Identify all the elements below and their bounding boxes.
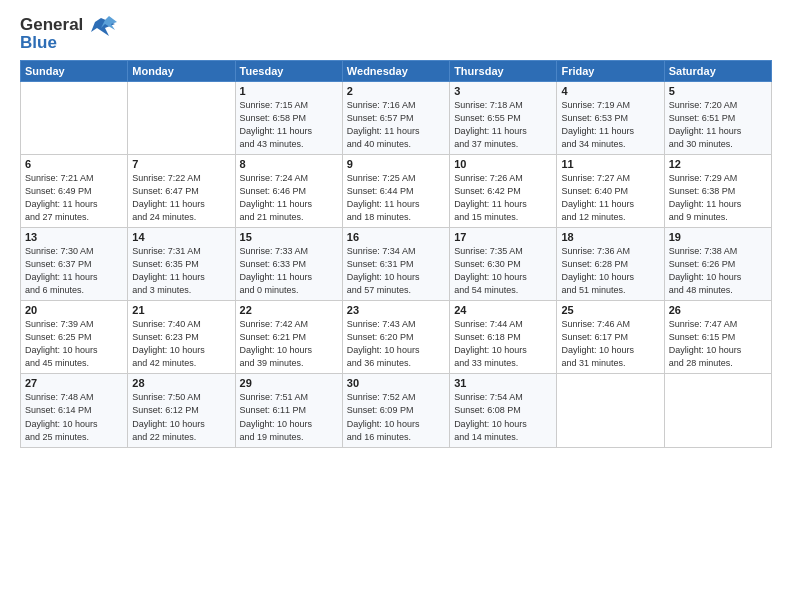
day-cell: 3Sunrise: 7:18 AM Sunset: 6:55 PM Daylig…: [450, 81, 557, 154]
col-header-tuesday: Tuesday: [235, 60, 342, 81]
day-info: Sunrise: 7:16 AM Sunset: 6:57 PM Dayligh…: [347, 99, 445, 151]
day-cell: [664, 374, 771, 447]
day-cell: 17Sunrise: 7:35 AM Sunset: 6:30 PM Dayli…: [450, 228, 557, 301]
day-cell: 12Sunrise: 7:29 AM Sunset: 6:38 PM Dayli…: [664, 154, 771, 227]
day-cell: 22Sunrise: 7:42 AM Sunset: 6:21 PM Dayli…: [235, 301, 342, 374]
day-number: 10: [454, 158, 552, 170]
day-cell: 4Sunrise: 7:19 AM Sunset: 6:53 PM Daylig…: [557, 81, 664, 154]
day-number: 28: [132, 377, 230, 389]
day-cell: 2Sunrise: 7:16 AM Sunset: 6:57 PM Daylig…: [342, 81, 449, 154]
col-header-monday: Monday: [128, 60, 235, 81]
day-info: Sunrise: 7:43 AM Sunset: 6:20 PM Dayligh…: [347, 318, 445, 370]
day-cell: [21, 81, 128, 154]
day-info: Sunrise: 7:18 AM Sunset: 6:55 PM Dayligh…: [454, 99, 552, 151]
day-number: 26: [669, 304, 767, 316]
day-cell: 14Sunrise: 7:31 AM Sunset: 6:35 PM Dayli…: [128, 228, 235, 301]
header-row: SundayMondayTuesdayWednesdayThursdayFrid…: [21, 60, 772, 81]
day-cell: 8Sunrise: 7:24 AM Sunset: 6:46 PM Daylig…: [235, 154, 342, 227]
day-cell: 25Sunrise: 7:46 AM Sunset: 6:17 PM Dayli…: [557, 301, 664, 374]
week-row-5: 27Sunrise: 7:48 AM Sunset: 6:14 PM Dayli…: [21, 374, 772, 447]
week-row-3: 13Sunrise: 7:30 AM Sunset: 6:37 PM Dayli…: [21, 228, 772, 301]
day-cell: 15Sunrise: 7:33 AM Sunset: 6:33 PM Dayli…: [235, 228, 342, 301]
day-info: Sunrise: 7:29 AM Sunset: 6:38 PM Dayligh…: [669, 172, 767, 224]
logo-blue: Blue: [20, 34, 83, 52]
day-number: 17: [454, 231, 552, 243]
day-cell: 19Sunrise: 7:38 AM Sunset: 6:26 PM Dayli…: [664, 228, 771, 301]
logo-bird-icon: [87, 14, 117, 50]
day-cell: 6Sunrise: 7:21 AM Sunset: 6:49 PM Daylig…: [21, 154, 128, 227]
day-number: 9: [347, 158, 445, 170]
week-row-4: 20Sunrise: 7:39 AM Sunset: 6:25 PM Dayli…: [21, 301, 772, 374]
day-cell: 20Sunrise: 7:39 AM Sunset: 6:25 PM Dayli…: [21, 301, 128, 374]
day-number: 13: [25, 231, 123, 243]
calendar-table: SundayMondayTuesdayWednesdayThursdayFrid…: [20, 60, 772, 448]
day-number: 19: [669, 231, 767, 243]
day-number: 29: [240, 377, 338, 389]
day-number: 6: [25, 158, 123, 170]
day-cell: 29Sunrise: 7:51 AM Sunset: 6:11 PM Dayli…: [235, 374, 342, 447]
day-cell: 7Sunrise: 7:22 AM Sunset: 6:47 PM Daylig…: [128, 154, 235, 227]
day-cell: 18Sunrise: 7:36 AM Sunset: 6:28 PM Dayli…: [557, 228, 664, 301]
week-row-2: 6Sunrise: 7:21 AM Sunset: 6:49 PM Daylig…: [21, 154, 772, 227]
day-number: 15: [240, 231, 338, 243]
day-info: Sunrise: 7:52 AM Sunset: 6:09 PM Dayligh…: [347, 391, 445, 443]
day-number: 7: [132, 158, 230, 170]
day-info: Sunrise: 7:19 AM Sunset: 6:53 PM Dayligh…: [561, 99, 659, 151]
day-cell: 28Sunrise: 7:50 AM Sunset: 6:12 PM Dayli…: [128, 374, 235, 447]
col-header-wednesday: Wednesday: [342, 60, 449, 81]
day-cell: 5Sunrise: 7:20 AM Sunset: 6:51 PM Daylig…: [664, 81, 771, 154]
day-number: 5: [669, 85, 767, 97]
day-info: Sunrise: 7:46 AM Sunset: 6:17 PM Dayligh…: [561, 318, 659, 370]
day-info: Sunrise: 7:15 AM Sunset: 6:58 PM Dayligh…: [240, 99, 338, 151]
day-cell: 13Sunrise: 7:30 AM Sunset: 6:37 PM Dayli…: [21, 228, 128, 301]
col-header-thursday: Thursday: [450, 60, 557, 81]
day-info: Sunrise: 7:54 AM Sunset: 6:08 PM Dayligh…: [454, 391, 552, 443]
day-info: Sunrise: 7:24 AM Sunset: 6:46 PM Dayligh…: [240, 172, 338, 224]
logo-general: General: [20, 16, 83, 34]
logo: General Blue: [20, 16, 117, 52]
day-info: Sunrise: 7:42 AM Sunset: 6:21 PM Dayligh…: [240, 318, 338, 370]
day-info: Sunrise: 7:39 AM Sunset: 6:25 PM Dayligh…: [25, 318, 123, 370]
week-row-1: 1Sunrise: 7:15 AM Sunset: 6:58 PM Daylig…: [21, 81, 772, 154]
day-cell: 24Sunrise: 7:44 AM Sunset: 6:18 PM Dayli…: [450, 301, 557, 374]
day-cell: 1Sunrise: 7:15 AM Sunset: 6:58 PM Daylig…: [235, 81, 342, 154]
day-number: 12: [669, 158, 767, 170]
day-info: Sunrise: 7:44 AM Sunset: 6:18 PM Dayligh…: [454, 318, 552, 370]
day-info: Sunrise: 7:47 AM Sunset: 6:15 PM Dayligh…: [669, 318, 767, 370]
day-cell: 27Sunrise: 7:48 AM Sunset: 6:14 PM Dayli…: [21, 374, 128, 447]
day-number: 8: [240, 158, 338, 170]
col-header-friday: Friday: [557, 60, 664, 81]
day-number: 1: [240, 85, 338, 97]
day-number: 23: [347, 304, 445, 316]
day-info: Sunrise: 7:35 AM Sunset: 6:30 PM Dayligh…: [454, 245, 552, 297]
day-info: Sunrise: 7:34 AM Sunset: 6:31 PM Dayligh…: [347, 245, 445, 297]
day-info: Sunrise: 7:33 AM Sunset: 6:33 PM Dayligh…: [240, 245, 338, 297]
day-number: 14: [132, 231, 230, 243]
day-info: Sunrise: 7:38 AM Sunset: 6:26 PM Dayligh…: [669, 245, 767, 297]
day-number: 16: [347, 231, 445, 243]
day-number: 31: [454, 377, 552, 389]
header: General Blue: [20, 16, 772, 52]
day-info: Sunrise: 7:50 AM Sunset: 6:12 PM Dayligh…: [132, 391, 230, 443]
day-info: Sunrise: 7:31 AM Sunset: 6:35 PM Dayligh…: [132, 245, 230, 297]
day-cell: 26Sunrise: 7:47 AM Sunset: 6:15 PM Dayli…: [664, 301, 771, 374]
day-number: 24: [454, 304, 552, 316]
day-cell: [128, 81, 235, 154]
day-cell: 10Sunrise: 7:26 AM Sunset: 6:42 PM Dayli…: [450, 154, 557, 227]
day-info: Sunrise: 7:21 AM Sunset: 6:49 PM Dayligh…: [25, 172, 123, 224]
day-number: 25: [561, 304, 659, 316]
day-cell: 30Sunrise: 7:52 AM Sunset: 6:09 PM Dayli…: [342, 374, 449, 447]
day-number: 22: [240, 304, 338, 316]
day-info: Sunrise: 7:30 AM Sunset: 6:37 PM Dayligh…: [25, 245, 123, 297]
day-info: Sunrise: 7:25 AM Sunset: 6:44 PM Dayligh…: [347, 172, 445, 224]
day-info: Sunrise: 7:51 AM Sunset: 6:11 PM Dayligh…: [240, 391, 338, 443]
day-cell: 16Sunrise: 7:34 AM Sunset: 6:31 PM Dayli…: [342, 228, 449, 301]
day-number: 18: [561, 231, 659, 243]
day-number: 20: [25, 304, 123, 316]
day-number: 11: [561, 158, 659, 170]
day-cell: 23Sunrise: 7:43 AM Sunset: 6:20 PM Dayli…: [342, 301, 449, 374]
col-header-saturday: Saturday: [664, 60, 771, 81]
day-cell: 11Sunrise: 7:27 AM Sunset: 6:40 PM Dayli…: [557, 154, 664, 227]
day-info: Sunrise: 7:22 AM Sunset: 6:47 PM Dayligh…: [132, 172, 230, 224]
day-number: 30: [347, 377, 445, 389]
